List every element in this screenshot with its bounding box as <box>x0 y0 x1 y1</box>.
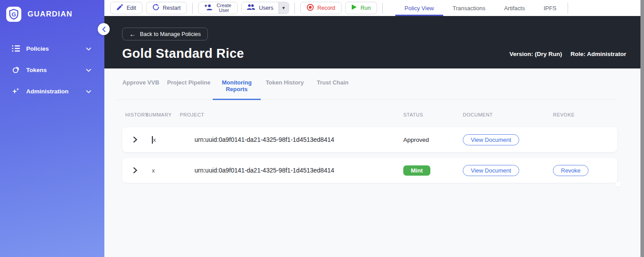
expand-row-button[interactable] <box>122 137 145 143</box>
column-header-document: DOCUMENT <box>463 112 553 117</box>
document-cell: View Document <box>463 165 553 176</box>
toolbar-divider <box>568 3 568 14</box>
toolbar-divider <box>294 3 295 14</box>
token-icon <box>12 66 20 74</box>
users-button-label: Users <box>259 5 274 11</box>
tab-approve-vvb[interactable]: Approve VVB <box>117 79 165 100</box>
record-icon <box>306 4 314 13</box>
tab-token-history[interactable]: Token History <box>261 79 309 100</box>
column-header-status: STATUS <box>403 112 463 117</box>
view-document-button[interactable]: View Document <box>463 134 519 145</box>
run-button-label: Run <box>361 5 371 11</box>
scroll-chip <box>616 182 620 187</box>
main-content: Approve VVB Project Pipeline Monitoring … <box>104 68 640 257</box>
tab-policy-view[interactable]: Policy View <box>395 0 443 16</box>
tab-trust-chain[interactable]: Trust Chain <box>309 79 357 100</box>
chevron-right-icon <box>133 167 137 173</box>
svg-text:G: G <box>12 11 16 18</box>
sidebar-item-label: Administration <box>26 88 86 95</box>
version-label: Version: (Dry Run) <box>509 51 562 57</box>
back-to-manage-policies-button[interactable]: ← Back to Manage Policies <box>122 28 208 40</box>
project-cell: urn:uuid:0a9f0141-da21-4325-98f1-1d4513e… <box>180 136 403 143</box>
summary-cell[interactable]: x <box>145 136 180 144</box>
create-user-button[interactable]: Create User <box>198 2 238 14</box>
sidebar-item-policies[interactable]: Policies <box>0 38 104 59</box>
sidebar-nav: Policies Tokens Administration <box>0 38 104 102</box>
record-button-label: Record <box>318 5 335 11</box>
tab-artifacts[interactable]: Artifacts <box>495 0 534 16</box>
logo: G GUARDIAN <box>0 0 104 22</box>
toolbar-divider <box>192 3 193 14</box>
sidebar-item-administration[interactable]: Administration <box>0 80 104 102</box>
policy-meta: Version: (Dry Run) Role: Administrator <box>509 51 626 57</box>
tab-ipfs[interactable]: IPFS <box>534 0 566 16</box>
status-badge: Mint <box>403 165 430 176</box>
restart-button[interactable]: Restart <box>146 2 187 14</box>
toolbar-divider <box>382 3 383 14</box>
document-cell: View Document <box>463 134 553 145</box>
status-cell: Mint <box>403 165 463 176</box>
view-document-button[interactable]: View Document <box>463 165 519 176</box>
expand-row-button[interactable] <box>122 167 145 173</box>
arrow-left-icon: ← <box>129 31 136 37</box>
edit-button-label: Edit <box>127 5 136 11</box>
chevron-down-icon <box>86 44 91 52</box>
app-title: GUARDIAN <box>28 10 72 19</box>
restart-icon <box>152 4 159 12</box>
sidebar-item-label: Policies <box>26 45 86 52</box>
summary-cell[interactable]: x <box>145 167 180 174</box>
chevron-right-icon <box>133 137 137 143</box>
policy-header: ← Back to Manage Policies Gold Standard … <box>104 16 640 68</box>
table-row: x urn:uuid:0a9f0141-da21-4325-98f1-1d451… <box>122 127 617 152</box>
users-split-button: Users ▼ <box>241 2 289 14</box>
guardian-app: G GUARDIAN Policies Tokens <box>0 0 644 257</box>
table-header: HISTORY SUMMARY PROJECT STATUS DOCUMENT … <box>122 112 617 117</box>
column-header-project: PROJECT <box>180 112 403 117</box>
sidebar-collapse-button[interactable] <box>98 23 110 35</box>
guardian-logo-icon: G <box>6 7 21 22</box>
status-cell: Approved <box>403 137 463 143</box>
role-label: Role: Administrator <box>570 51 626 57</box>
sidebar: G GUARDIAN Policies Tokens <box>0 0 104 257</box>
vertical-scrollbar[interactable] <box>640 0 644 257</box>
text-cursor <box>152 136 153 144</box>
pencil-icon <box>116 4 123 12</box>
sparkle-icon <box>12 87 20 95</box>
top-toolbar: Edit Restart Create User Users ▼ <box>104 0 640 16</box>
column-header-summary: SUMMARY <box>145 112 180 117</box>
restart-button-label: Restart <box>163 5 181 11</box>
back-button-label: Back to Manage Policies <box>140 31 201 37</box>
list-icon <box>12 44 20 52</box>
users-icon <box>246 4 255 12</box>
run-button[interactable]: Run <box>345 2 377 14</box>
users-button[interactable]: Users <box>242 2 278 14</box>
revoke-cell: Revoke <box>553 165 617 176</box>
users-dropdown-arrow[interactable]: ▼ <box>278 2 289 14</box>
report-tabs: Approve VVB Project Pipeline Monitoring … <box>117 79 616 100</box>
tab-monitoring-reports[interactable]: Monitoring Reports <box>213 79 261 100</box>
caret-down-icon: ▼ <box>282 6 286 10</box>
record-button[interactable]: Record <box>300 2 342 14</box>
table-row: x urn:uuid:0a9f0141-da21-4325-98f1-1d451… <box>122 158 617 183</box>
sidebar-item-tokens[interactable]: Tokens <box>0 59 104 80</box>
edit-button[interactable]: Edit <box>110 2 143 14</box>
play-icon <box>351 4 357 12</box>
tab-project-pipeline[interactable]: Project Pipeline <box>165 79 213 100</box>
tab-transactions[interactable]: Transactions <box>443 0 495 16</box>
person-add-icon <box>204 4 213 12</box>
policy-title: Gold Standard Rice <box>122 46 244 61</box>
toolbar-tabs: Policy View Transactions Artifacts IPFS <box>395 0 566 16</box>
sidebar-item-label: Tokens <box>26 67 86 73</box>
create-user-button-label: Create User <box>217 3 231 13</box>
column-header-history: HISTORY <box>122 112 145 117</box>
chevron-down-icon <box>86 87 91 95</box>
project-cell: urn:uuid:0a9f0141-da21-4325-98f1-1d4513e… <box>180 167 403 174</box>
column-header-revoke: REVOKE <box>553 112 617 117</box>
revoke-button[interactable]: Revoke <box>553 165 588 176</box>
chevron-down-icon <box>86 66 91 74</box>
chevron-left-icon <box>102 27 106 32</box>
